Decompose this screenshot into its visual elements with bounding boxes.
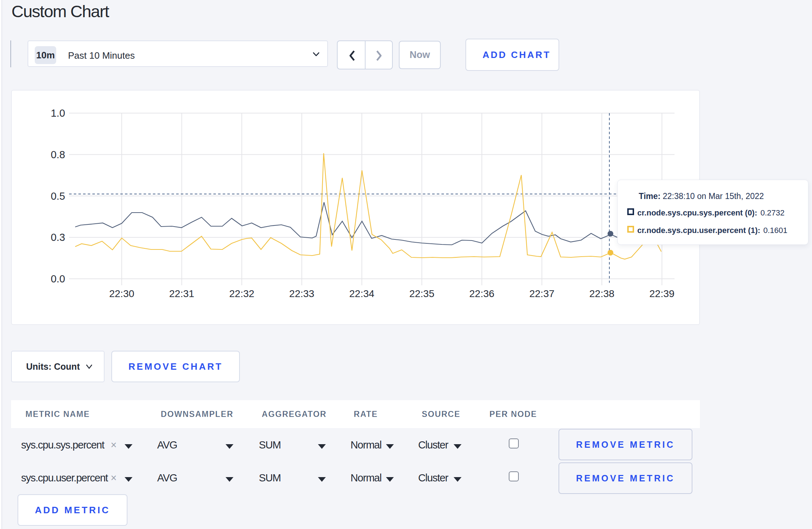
svg-text:0.3: 0.3 (51, 232, 65, 243)
svg-text:22:39: 22:39 (649, 288, 675, 299)
svg-text:22:32: 22:32 (229, 288, 254, 299)
svg-text:0.5: 0.5 (51, 190, 65, 202)
svg-text:22:38: 22:38 (589, 288, 614, 299)
svg-text:22:33: 22:33 (289, 288, 314, 299)
svg-text:22:37: 22:37 (529, 288, 554, 299)
svg-text:22:34: 22:34 (349, 288, 374, 299)
svg-text:0.0: 0.0 (51, 273, 65, 285)
svg-text:22:30: 22:30 (109, 288, 134, 299)
svg-text:22:36: 22:36 (469, 288, 494, 299)
svg-text:22:31: 22:31 (169, 288, 194, 299)
svg-text:22:35: 22:35 (409, 288, 434, 299)
svg-text:1.0: 1.0 (51, 107, 65, 119)
svg-text:0.8: 0.8 (51, 149, 65, 160)
